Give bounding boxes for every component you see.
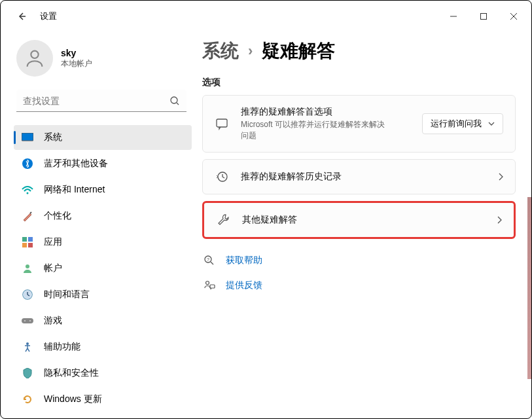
help-link-row: ? 获取帮助 <box>202 251 516 270</box>
search-box[interactable] <box>16 90 186 112</box>
svg-rect-8 <box>28 237 33 242</box>
bluetooth-icon <box>22 158 33 170</box>
chevron-right-icon <box>497 216 502 224</box>
svg-rect-7 <box>22 237 27 242</box>
svg-point-22 <box>206 281 209 284</box>
minimize-icon <box>450 12 457 20</box>
dropdown-value: 运行前询问我 <box>431 118 482 130</box>
nav-label: 辅助功能 <box>44 341 80 353</box>
maximize-button[interactable] <box>469 6 499 27</box>
breadcrumb: 系统 › 疑难解答 <box>202 39 516 64</box>
svg-point-16 <box>29 320 31 321</box>
accessibility-icon <box>22 341 33 353</box>
nav-item-bluetooth[interactable]: 蓝牙和其他设备 <box>14 151 192 176</box>
back-button[interactable] <box>9 3 35 29</box>
gaming-icon <box>22 315 33 327</box>
svg-point-15 <box>24 320 26 321</box>
nav-label: 隐私和安全性 <box>44 367 99 379</box>
user-name: sky <box>61 48 92 58</box>
svg-point-2 <box>171 97 177 103</box>
person-icon <box>24 47 46 69</box>
help-link[interactable]: 获取帮助 <box>226 255 262 266</box>
nav-item-privacy[interactable]: 隐私和安全性 <box>14 361 192 386</box>
svg-rect-3 <box>22 133 33 141</box>
user-subtitle: 本地帐户 <box>61 58 92 69</box>
card-title: 推荐的疑难解答历史记录 <box>241 171 486 183</box>
nav-label: 游戏 <box>44 315 62 327</box>
breadcrumb-current: 疑难解答 <box>262 39 335 64</box>
svg-point-6 <box>27 192 29 194</box>
back-arrow-icon <box>16 11 27 22</box>
card-other-troubleshooters[interactable]: 其他疑难解答 <box>202 201 516 239</box>
svg-text:?: ? <box>207 257 209 262</box>
nav-item-personalize[interactable]: 个性化 <box>14 204 192 228</box>
nav-item-system[interactable]: 系统 <box>14 125 192 150</box>
close-icon <box>510 12 518 20</box>
svg-rect-9 <box>22 243 27 247</box>
svg-point-11 <box>26 264 29 268</box>
card-recommended-preferences[interactable]: 推荐的疑难解答首选项 Microsoft 可以推荐并运行疑难解答来解决问题 运行… <box>202 95 516 153</box>
window-title: 设置 <box>40 10 57 22</box>
help-icon: ? <box>204 255 217 266</box>
nav-label: 网络和 Internet <box>44 184 105 196</box>
nav-item-network[interactable]: 网络和 Internet <box>14 177 192 202</box>
svg-rect-23 <box>210 285 215 288</box>
user-profile[interactable]: sky 本地帐户 <box>14 37 192 87</box>
nav-label: 时间和语言 <box>44 289 90 301</box>
avatar <box>16 40 53 77</box>
nav-label: 蓝牙和其他设备 <box>44 158 108 170</box>
nav-list: 系统 蓝牙和其他设备 网络和 Internet 个性化 应用 帐户 <box>14 125 192 412</box>
chat-icon <box>215 117 229 130</box>
svg-rect-10 <box>28 243 33 247</box>
chevron-right-icon <box>498 173 503 181</box>
card-title: 推荐的疑难解答首选项 <box>241 106 410 118</box>
feedback-icon <box>204 280 217 291</box>
chevron-down-icon <box>488 122 495 126</box>
svg-point-1 <box>31 51 38 58</box>
chevron-right-icon: › <box>248 43 253 60</box>
recommended-dropdown[interactable]: 运行前询问我 <box>422 113 503 134</box>
nav-item-accounts[interactable]: 帐户 <box>14 256 192 281</box>
minimize-button[interactable] <box>438 6 469 27</box>
network-icon <box>22 184 33 196</box>
nav-label: 个性化 <box>44 210 71 222</box>
card-history[interactable]: 推荐的疑难解答历史记录 <box>202 159 516 194</box>
accounts-icon <box>22 263 33 274</box>
apps-icon <box>22 236 33 248</box>
card-subtitle: Microsoft 可以推荐并运行疑难解答来解决问题 <box>241 119 385 141</box>
feedback-link-row: 提供反馈 <box>202 276 516 295</box>
nav-label: 应用 <box>44 236 62 248</box>
section-label: 选项 <box>202 77 516 88</box>
wrench-icon <box>216 213 230 227</box>
svg-rect-18 <box>217 119 227 127</box>
nav-item-apps[interactable]: 应用 <box>14 230 192 255</box>
nav-item-gaming[interactable]: 游戏 <box>14 308 192 333</box>
nav-item-accessibility[interactable]: 辅助功能 <box>14 335 192 359</box>
privacy-icon <box>22 367 33 379</box>
nav-item-update[interactable]: Windows 更新 <box>14 387 192 412</box>
window-edge-decoration <box>527 197 531 379</box>
svg-rect-14 <box>22 318 33 323</box>
svg-point-17 <box>26 342 29 345</box>
maximize-icon <box>480 12 488 20</box>
update-icon <box>22 393 33 405</box>
system-icon <box>22 132 33 143</box>
nav-label: Windows 更新 <box>44 393 102 405</box>
nav-label: 帐户 <box>44 263 62 274</box>
personalize-icon <box>22 210 33 222</box>
feedback-link[interactable]: 提供反馈 <box>226 280 262 291</box>
search-icon <box>169 96 180 106</box>
card-title: 其他疑难解答 <box>242 214 485 226</box>
nav-item-time[interactable]: 时间和语言 <box>14 282 192 307</box>
history-icon <box>215 170 229 183</box>
close-button[interactable] <box>499 6 529 27</box>
svg-rect-0 <box>481 14 487 20</box>
time-icon <box>22 289 33 301</box>
breadcrumb-parent[interactable]: 系统 <box>202 39 239 64</box>
nav-label: 系统 <box>44 132 62 143</box>
search-input[interactable] <box>23 96 169 106</box>
